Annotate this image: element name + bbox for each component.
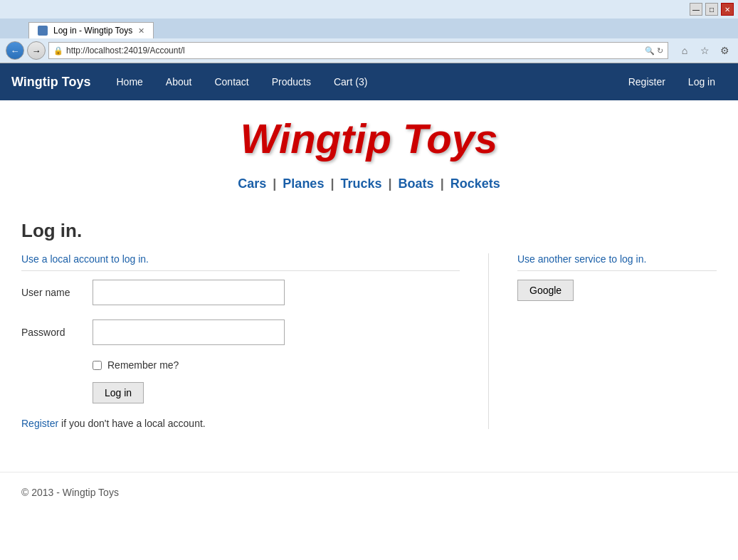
browser-toolbar-icons: ⌂ ☆ ⚙ — [677, 43, 732, 58]
remember-me-label: Remember me? — [107, 359, 179, 371]
username-label: User name — [21, 287, 93, 298]
category-trucks[interactable]: Trucks — [340, 176, 381, 191]
navbar-right: Register Log in — [617, 63, 727, 100]
nav-login[interactable]: Log in — [677, 63, 727, 100]
title-bar: — □ ✕ — [0, 0, 738, 19]
site-title: Wingtip Toys — [0, 115, 738, 162]
webpage-content: Wingtip Toys Home About Contact Products… — [0, 63, 738, 560]
category-nav: Cars | Planes | Trucks | Boats | Rockets — [0, 169, 738, 206]
google-login-button[interactable]: Google — [517, 280, 574, 301]
site-header: Wingtip Toys — [0, 100, 738, 169]
home-icon[interactable]: ⌂ — [677, 43, 692, 58]
new-tab-area — [154, 19, 182, 38]
site-footer: © 2013 - Wingtip Toys — [0, 472, 738, 512]
main-content: Log in. Use a local account to log in. U… — [0, 206, 738, 443]
login-heading: Log in. — [21, 220, 717, 242]
password-input[interactable] — [93, 319, 285, 345]
external-login-section: Use another service to log in. Google — [489, 253, 717, 429]
nav-about[interactable]: About — [154, 63, 204, 100]
other-section-title: Use another service to log in. — [517, 253, 717, 271]
password-field-group: Password — [21, 319, 460, 345]
browser-chrome: — □ ✕ Log in - Wingtip Toys ✕ ← → 🔒 http… — [0, 0, 738, 63]
tab-close-button[interactable]: ✕ — [138, 26, 144, 36]
url-refresh-button[interactable]: ↻ — [657, 46, 663, 56]
category-rockets[interactable]: Rockets — [450, 176, 500, 191]
remember-me-group: Remember me? — [93, 359, 460, 371]
category-sep-1: | — [273, 176, 276, 191]
tab-label: Log in - Wingtip Toys — [53, 26, 132, 36]
navbar-brand[interactable]: Wingtip Toys — [11, 75, 91, 90]
tab-favicon — [38, 26, 48, 36]
maximize-button[interactable]: □ — [705, 3, 718, 16]
nav-contact[interactable]: Contact — [203, 63, 260, 100]
username-field-group: User name — [21, 280, 460, 305]
nav-products[interactable]: Products — [260, 63, 322, 100]
nav-register[interactable]: Register — [617, 63, 677, 100]
login-button[interactable]: Log in — [93, 382, 144, 403]
category-planes[interactable]: Planes — [283, 176, 324, 191]
login-layout: Use a local account to log in. User name… — [21, 253, 717, 429]
url-security-icon: 🔒 — [53, 46, 63, 56]
back-button[interactable]: ← — [6, 41, 24, 60]
close-button[interactable]: ✕ — [721, 3, 734, 16]
nav-cart[interactable]: Cart (3) — [322, 63, 379, 100]
footer-text: © 2013 - Wingtip Toys — [21, 487, 119, 498]
minimize-button[interactable]: — — [690, 3, 702, 16]
settings-icon[interactable]: ⚙ — [717, 43, 732, 58]
navbar: Wingtip Toys Home About Contact Products… — [0, 63, 738, 100]
username-input[interactable] — [93, 280, 285, 305]
url-search-icon[interactable]: 🔍 — [645, 46, 655, 56]
category-cars[interactable]: Cars — [238, 176, 266, 191]
category-sep-2: | — [330, 176, 334, 191]
address-bar: ← → 🔒 http://localhost:24019/Account/l 🔍… — [0, 38, 738, 63]
local-section-title: Use a local account to log in. — [21, 253, 460, 271]
url-actions: 🔍 ↻ — [645, 46, 663, 56]
browser-tab[interactable]: Log in - Wingtip Toys ✕ — [28, 22, 154, 38]
category-sep-4: | — [441, 176, 444, 191]
navbar-nav: Home About Contact Products Cart (3) — [105, 63, 617, 100]
tab-bar: Log in - Wingtip Toys ✕ — [0, 19, 738, 38]
category-sep-3: | — [389, 176, 392, 191]
url-bar[interactable]: 🔒 http://localhost:24019/Account/l 🔍 ↻ — [48, 42, 668, 59]
local-login-section: Use a local account to log in. User name… — [21, 253, 489, 429]
register-link[interactable]: Register — [21, 418, 58, 429]
register-prompt-text: if you don't have a local account. — [61, 418, 206, 429]
url-text: http://localhost:24019/Account/l — [66, 46, 642, 56]
register-prompt: Register if you don't have a local accou… — [21, 418, 460, 429]
remember-me-checkbox[interactable] — [93, 361, 102, 370]
nav-home[interactable]: Home — [105, 63, 154, 100]
category-boats[interactable]: Boats — [399, 176, 434, 191]
forward-button[interactable]: → — [27, 41, 46, 60]
password-label: Password — [21, 327, 93, 338]
favorites-icon[interactable]: ☆ — [697, 43, 712, 58]
